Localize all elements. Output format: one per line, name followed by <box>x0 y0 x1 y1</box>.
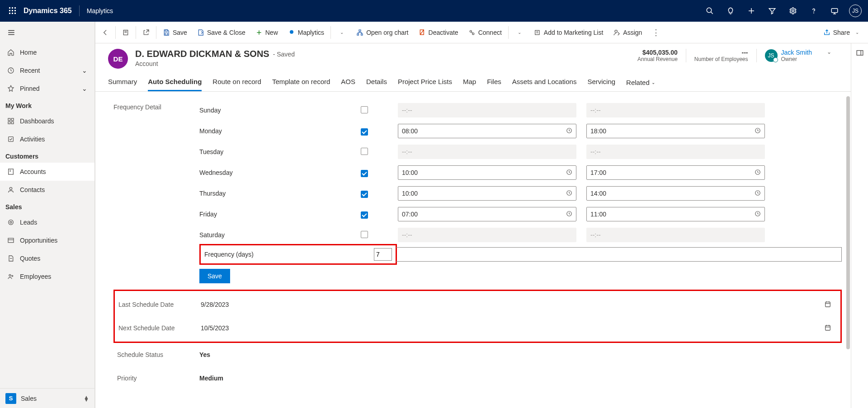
form-body: Frequency Detail Sunday--:----:--Monday0… <box>95 92 851 408</box>
calendar-icon[interactable] <box>824 324 836 333</box>
area-switcher[interactable]: S Sales ▲▼ <box>0 388 94 408</box>
overflow-button[interactable]: ⋮ <box>647 22 665 43</box>
tab-aos[interactable]: AOS <box>341 74 355 91</box>
deactivate-button[interactable]: Deactivate <box>414 22 463 43</box>
tab-assets-locations[interactable]: Assets and Locations <box>512 74 577 91</box>
gear-icon[interactable] <box>784 0 802 22</box>
svg-rect-21 <box>11 118 14 121</box>
nav-pinned[interactable]: Pinned ⌄ <box>0 80 94 98</box>
nav-quotes[interactable]: Quotes <box>0 249 94 267</box>
frequency-days-label: Frequency (days) <box>204 251 356 258</box>
last-schedule-date-value[interactable]: 9/28/2023 <box>201 301 824 308</box>
record-subtitle: Account <box>135 60 295 67</box>
day-row-wednesday: Wednesday10:0017:00 <box>199 163 842 182</box>
back-button[interactable] <box>97 22 113 43</box>
svg-rect-22 <box>8 122 10 124</box>
plus-icon <box>255 29 263 36</box>
view-list-button[interactable] <box>118 22 134 43</box>
calendar-icon[interactable] <box>824 300 836 309</box>
frequency-days-input[interactable] <box>374 248 392 261</box>
filter-icon[interactable] <box>763 0 781 22</box>
tab-map[interactable]: Map <box>463 74 476 91</box>
checkbox-thursday[interactable] <box>361 191 368 198</box>
nav-dashboards[interactable]: Dashboards <box>0 112 94 130</box>
tab-project-price-lists[interactable]: Project Price Lists <box>398 74 452 91</box>
svg-point-34 <box>9 274 11 276</box>
owner-name[interactable]: Jack Smith <box>781 49 812 56</box>
maplytics-dropdown[interactable]: ⌄ <box>333 22 351 43</box>
nav-contacts[interactable]: Contacts <box>0 181 94 199</box>
help-icon[interactable] <box>805 0 823 22</box>
save-close-icon <box>197 29 204 36</box>
checkbox-sunday[interactable] <box>361 106 368 113</box>
connect-button[interactable]: Connect <box>464 22 506 43</box>
end-time-wednesday[interactable]: 17:00 <box>586 165 765 180</box>
new-button[interactable]: New <box>251 22 283 43</box>
nav-recent[interactable]: Recent ⌄ <box>0 61 94 80</box>
save-button[interactable]: Save <box>158 22 192 43</box>
day-label-sunday: Sunday <box>199 107 351 114</box>
tab-auto-scheduling[interactable]: Auto Scheduling <box>148 74 202 91</box>
right-pane-toggle[interactable] <box>851 43 868 408</box>
nav-leads[interactable]: Leads <box>0 213 94 231</box>
chevron-down-icon: ⌄ <box>82 85 87 92</box>
add-icon[interactable] <box>742 0 760 22</box>
tab-files[interactable]: Files <box>487 74 501 91</box>
end-time-thursday[interactable]: 14:00 <box>586 186 765 201</box>
assistant-icon[interactable] <box>826 0 844 22</box>
share-button[interactable]: Share ⌄ <box>819 22 866 43</box>
tab-summary[interactable]: Summary <box>108 74 137 91</box>
employees-label: Number of Employees <box>694 56 748 62</box>
day-label-tuesday: Tuesday <box>199 148 351 155</box>
popout-button[interactable] <box>138 22 154 43</box>
checkbox-saturday[interactable] <box>361 231 368 238</box>
app-launcher-icon[interactable] <box>4 7 22 14</box>
tab-route-on-record[interactable]: Route on record <box>212 74 261 91</box>
lightbulb-icon[interactable] <box>722 0 740 22</box>
assign-button[interactable]: Assign <box>609 22 646 43</box>
svg-rect-15 <box>831 9 838 13</box>
checkbox-monday[interactable] <box>361 128 368 136</box>
save-schedule-button[interactable]: Save <box>199 269 230 283</box>
svg-rect-3 <box>9 10 10 11</box>
day-label-friday: Friday <box>199 211 351 218</box>
start-time-friday[interactable]: 07:00 <box>398 207 576 221</box>
scrollbar[interactable] <box>846 96 850 349</box>
tab-servicing[interactable]: Servicing <box>587 74 615 91</box>
checkbox-wednesday[interactable] <box>361 170 368 177</box>
nav-employees[interactable]: Employees <box>0 267 94 286</box>
record-saved-tag: - Saved <box>273 51 295 58</box>
user-avatar[interactable]: JS <box>846 0 864 22</box>
search-icon[interactable] <box>701 0 719 22</box>
day-row-sunday: Sunday--:----:-- <box>199 101 842 120</box>
next-schedule-date-value[interactable]: 10/5/2023 <box>201 324 824 332</box>
svg-line-48 <box>420 30 424 35</box>
tab-template-on-record[interactable]: Template on record <box>272 74 330 91</box>
nav-recent-label: Recent <box>20 67 40 74</box>
tab-related[interactable]: Related⌄ <box>626 74 655 91</box>
schedule-status-value[interactable]: Yes <box>199 351 842 358</box>
tab-details[interactable]: Details <box>366 74 387 91</box>
checkbox-friday[interactable] <box>361 211 368 219</box>
open-org-chart-button[interactable]: Open org chart <box>352 22 413 43</box>
svg-rect-72 <box>857 51 863 56</box>
save-close-button[interactable]: Save & Close <box>193 22 250 43</box>
end-time-monday[interactable]: 18:00 <box>586 124 765 138</box>
add-marketing-button[interactable]: Add to Marketing List <box>529 22 608 43</box>
priority-value[interactable]: Medium <box>199 375 842 382</box>
checkbox-tuesday[interactable] <box>361 148 368 155</box>
nav-opportunities[interactable]: Opportunities <box>0 231 94 249</box>
connect-dropdown[interactable]: ⌄ <box>510 22 528 43</box>
start-time-wednesday[interactable]: 10:00 <box>398 165 576 180</box>
header-expand-button[interactable]: ⌄ <box>820 49 838 55</box>
maplytics-button[interactable]: Maplytics <box>283 22 329 43</box>
nav-activities[interactable]: Activities <box>0 130 94 148</box>
nav-home[interactable]: Home <box>0 43 94 61</box>
nav-collapse-button[interactable] <box>0 22 94 43</box>
end-time-friday[interactable]: 11:00 <box>586 207 765 221</box>
start-time-monday[interactable]: 08:00 <box>398 124 576 138</box>
nav-accounts[interactable]: Accounts <box>0 163 94 181</box>
start-time-thursday[interactable]: 10:00 <box>398 186 576 201</box>
frequency-extended-input[interactable] <box>396 247 842 262</box>
svg-point-35 <box>12 275 13 277</box>
